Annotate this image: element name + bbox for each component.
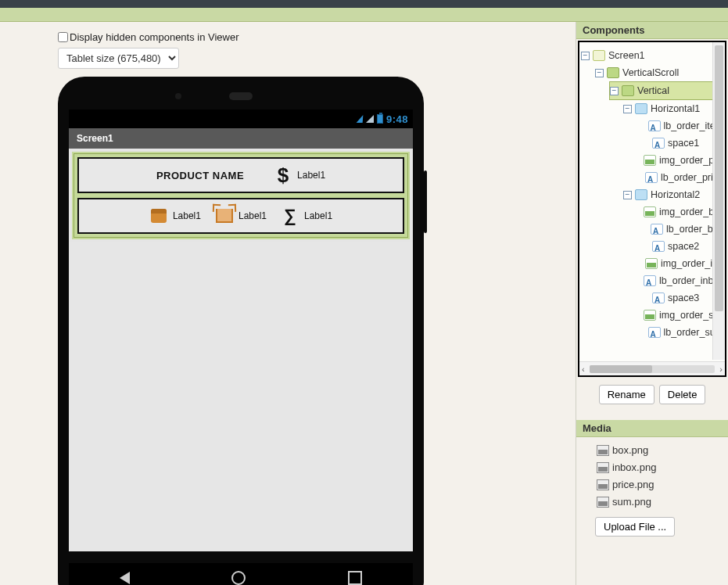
collapse-icon[interactable]: − xyxy=(595,69,604,77)
tree-node-space1[interactable]: space1 xyxy=(581,135,723,152)
image-file-icon xyxy=(597,479,609,490)
tree-node-img-order-inbox[interactable]: img_order_inb xyxy=(581,255,723,272)
vertical-scroll-arrangement[interactable]: PRODUCT NAME $ Label1 Label1 xyxy=(72,152,410,239)
upload-file-button[interactable]: Upload File ... xyxy=(595,517,675,537)
vertical-arrangement-icon xyxy=(622,85,634,96)
box-icon[interactable] xyxy=(149,206,168,225)
tree-label: space2 xyxy=(668,238,699,255)
components-tree[interactable]: − Screen1 − VerticalScroll − Vertical − xyxy=(579,42,725,359)
label-icon xyxy=(644,275,656,286)
image-file-icon xyxy=(597,497,609,508)
lb-order-sum[interactable]: Label1 xyxy=(304,210,332,221)
tree-node-img-order-sum[interactable]: img_order_sum xyxy=(581,307,723,324)
price-pair: $ Label1 xyxy=(274,166,325,185)
collapse-icon[interactable]: − xyxy=(610,87,619,95)
header-greenband xyxy=(0,8,728,22)
tree-node-lb-order-inbox[interactable]: lb_order_inbox xyxy=(581,272,723,289)
collapse-icon[interactable]: − xyxy=(623,105,632,113)
media-item-box[interactable]: box.png xyxy=(597,442,725,459)
label-icon xyxy=(645,172,658,183)
preview-size-select[interactable]: Tablet size (675,480) xyxy=(58,48,179,69)
horizontal-arrangement-icon xyxy=(635,189,647,200)
media-item-sum[interactable]: sum.png xyxy=(597,493,725,511)
tree-node-lb-order-item[interactable]: lb_order_item xyxy=(581,117,723,135)
screen-title: Screen1 xyxy=(77,133,113,144)
tree-node-lb-order-sum[interactable]: lb_order_sum xyxy=(581,324,723,341)
tree-node-space2[interactable]: space2 xyxy=(581,238,723,255)
tree-node-lb-order-box[interactable]: lb_order_box xyxy=(581,221,723,238)
image-icon xyxy=(644,206,656,217)
tree-vertical-scrollbar[interactable] xyxy=(712,42,725,360)
horizontal2[interactable]: Label1 Label1 ∑ Label1 xyxy=(77,198,404,234)
phone-camera-dot xyxy=(175,93,181,99)
tree-label: Horizontal2 xyxy=(651,186,700,203)
android-navbar xyxy=(69,563,413,585)
dollar-icon[interactable]: $ xyxy=(274,166,292,185)
upload-row: Upload File ... xyxy=(576,514,728,543)
media-item-inbox[interactable]: inbox.png xyxy=(597,459,725,476)
scroll-thumb[interactable] xyxy=(590,365,715,373)
delete-button[interactable]: Delete xyxy=(659,385,706,404)
nav-home-icon[interactable] xyxy=(231,571,246,585)
lb-order-price[interactable]: Label1 xyxy=(297,170,325,181)
scroll-left-icon[interactable]: ‹ xyxy=(582,364,585,374)
media-panel: Media box.png inbox.png price.png sum.pn… xyxy=(576,420,728,543)
tree-label: VerticalScroll xyxy=(622,64,679,81)
components-panel-title: Components xyxy=(576,22,728,39)
tree-label: space1 xyxy=(668,135,699,152)
label-icon xyxy=(648,120,661,131)
media-filename: price.png xyxy=(612,476,654,493)
tree-node-space3[interactable]: space3 xyxy=(581,289,723,307)
lb-order-inbox[interactable]: Label1 xyxy=(238,210,267,221)
lb-order-box[interactable]: Label1 xyxy=(173,210,201,221)
collapse-icon[interactable]: − xyxy=(581,52,590,60)
tree-node-verticalscroll[interactable]: − VerticalScroll xyxy=(581,64,723,81)
horizontal1[interactable]: PRODUCT NAME $ Label1 xyxy=(77,157,404,193)
vertical-scroll-icon xyxy=(607,67,619,78)
nav-recent-icon[interactable] xyxy=(348,571,362,585)
tree-action-buttons: Rename Delete xyxy=(576,379,728,411)
tree-horizontal-scrollbar[interactable]: ‹ › xyxy=(579,361,725,375)
tree-node-lb-order-price[interactable]: lb_order_price xyxy=(581,169,723,186)
phone-earpiece xyxy=(229,92,253,100)
size-select-row: Tablet size (675,480) xyxy=(58,48,576,69)
wifi-icon xyxy=(357,115,364,123)
hidden-components-label: Display hidden components in Viewer xyxy=(70,31,239,43)
tree-node-horizontal1[interactable]: − Horizontal1 xyxy=(581,100,723,117)
screen-titlebar: Screen1 xyxy=(69,128,413,149)
hidden-components-checkbox[interactable] xyxy=(58,32,68,42)
tree-label: Screen1 xyxy=(608,47,645,64)
battery-icon xyxy=(377,114,383,124)
media-item-price[interactable]: price.png xyxy=(597,476,725,493)
viewer-area: Display hidden components in Viewer Tabl… xyxy=(0,22,576,585)
tree-node-screen1[interactable]: − Screen1 xyxy=(581,47,723,64)
statusbar-time: 9:48 xyxy=(386,113,408,125)
tree-node-vertical[interactable]: − Vertical xyxy=(609,81,723,100)
rename-button[interactable]: Rename xyxy=(599,385,654,404)
scroll-right-icon[interactable]: › xyxy=(719,364,723,374)
media-filename: box.png xyxy=(612,442,648,459)
label-icon xyxy=(651,224,663,235)
label-icon xyxy=(652,292,665,303)
sum-pair: ∑ Label1 xyxy=(281,206,332,225)
label-icon xyxy=(648,327,661,338)
sigma-icon[interactable]: ∑ xyxy=(281,206,299,225)
image-icon xyxy=(644,155,656,166)
image-icon xyxy=(645,258,658,269)
components-tree-container: − Screen1 − VerticalScroll − Vertical − xyxy=(578,41,726,377)
tree-label: Horizontal1 xyxy=(651,100,700,117)
nav-back-icon[interactable] xyxy=(120,572,130,584)
media-list: box.png inbox.png price.png sum.png xyxy=(576,437,728,514)
horizontal-arrangement-icon xyxy=(635,103,647,114)
tree-node-horizontal2[interactable]: − Horizontal2 xyxy=(581,186,723,203)
tree-node-img-order-box[interactable]: img_order_box xyxy=(581,203,723,221)
tree-node-img-order-price[interactable]: img_order_pric xyxy=(581,152,723,169)
lb-order-item[interactable]: PRODUCT NAME xyxy=(156,170,244,181)
vertical-arrangement[interactable]: PRODUCT NAME $ Label1 Label1 xyxy=(74,153,408,238)
label-icon xyxy=(652,138,665,149)
collapse-icon[interactable]: − xyxy=(623,191,632,199)
tree-label: space3 xyxy=(668,289,699,307)
page-body: Display hidden components in Viewer Tabl… xyxy=(0,22,728,585)
inbox-icon[interactable] xyxy=(215,206,234,225)
screen-icon xyxy=(593,50,605,61)
